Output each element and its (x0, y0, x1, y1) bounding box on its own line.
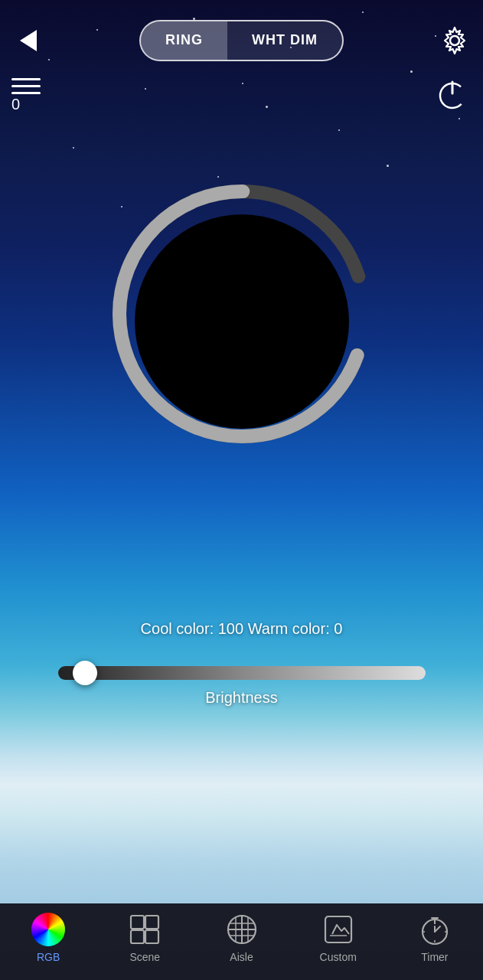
settings-button[interactable] (438, 24, 472, 57)
aisle-icon (225, 913, 259, 946)
custom-icon (321, 913, 355, 946)
nav-item-aisle[interactable]: Aisle (193, 913, 289, 963)
back-button[interactable] (11, 24, 45, 57)
header: RING WHT DIM (0, 0, 483, 69)
nav-label-scene: Scene (129, 951, 160, 963)
menu-icon-line (11, 92, 41, 94)
background (0, 0, 483, 980)
color-info-text: Cool color: 100 Warm color: 0 (141, 620, 343, 638)
svg-point-0 (450, 36, 459, 45)
nav-label-rgb: RGB (37, 951, 60, 963)
nav-item-scene[interactable]: Scene (96, 913, 193, 963)
power-button[interactable] (433, 77, 472, 115)
secondary-controls: 0 (11, 77, 472, 115)
nav-item-timer[interactable]: Timer (387, 913, 483, 963)
svg-rect-8 (131, 930, 144, 943)
rgb-icon (31, 913, 65, 946)
back-icon (20, 30, 37, 51)
tab-switcher: RING WHT DIM (139, 20, 344, 61)
svg-point-5 (135, 214, 349, 429)
brightness-thumb[interactable] (73, 661, 97, 685)
tab-wht-dim[interactable]: WHT DIM (227, 21, 342, 60)
nav-label-aisle: Aisle (230, 951, 253, 963)
svg-rect-17 (325, 916, 351, 942)
color-dial[interactable] (96, 168, 387, 459)
svg-rect-7 (145, 916, 158, 929)
counter-display: 0 (11, 96, 20, 113)
svg-line-20 (435, 926, 440, 932)
power-icon (435, 78, 470, 113)
menu-button[interactable] (11, 78, 41, 94)
dial-svg (96, 168, 387, 459)
nav-label-custom: Custom (320, 951, 357, 963)
menu-icon-line (11, 85, 41, 87)
svg-rect-9 (145, 930, 158, 943)
brightness-control: Brightness (58, 666, 426, 707)
brightness-label: Brightness (58, 689, 426, 707)
brightness-track[interactable] (58, 666, 426, 680)
nav-item-custom[interactable]: Custom (290, 913, 387, 963)
svg-rect-6 (131, 916, 144, 929)
gear-icon (440, 26, 469, 55)
bottom-navigation: RGB Scene Aisle (0, 903, 483, 980)
scene-icon (128, 913, 162, 946)
nav-label-timer: Timer (421, 951, 448, 963)
nav-item-rgb[interactable]: RGB (0, 913, 96, 963)
tab-ring[interactable]: RING (141, 21, 227, 60)
timer-icon (418, 913, 452, 946)
menu-icon-line (11, 78, 41, 80)
